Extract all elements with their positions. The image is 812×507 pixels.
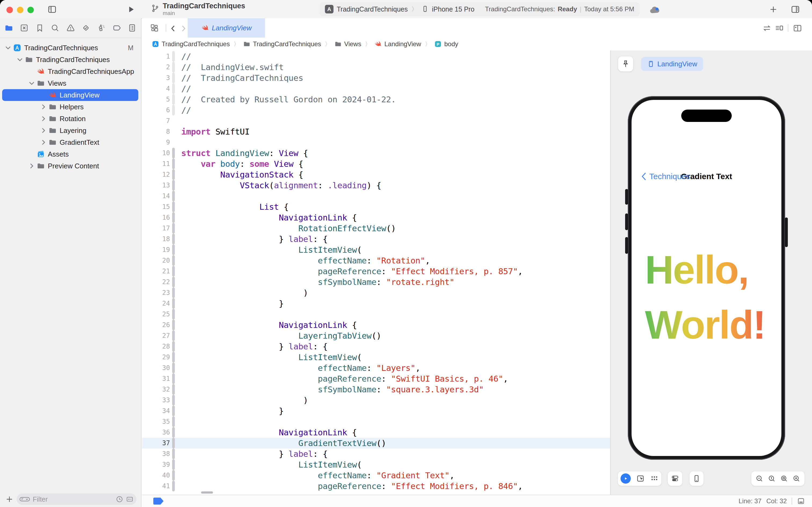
breakpoints-navigator-icon[interactable] [112,23,121,33]
breadcrumb-body[interactable]: Pbody [434,40,458,48]
sidebar-item-assets[interactable]: Assets [2,148,138,160]
sidebar-item-tradingcardtechniques[interactable]: TradingCardTechniquesM [2,42,138,54]
disclosure-chevron-icon[interactable] [27,162,36,170]
code-text: } label: { [181,234,328,244]
tab-landingview[interactable]: LandingView [188,18,265,38]
code-line: 22 sfSymbolName: "rotate.right" [142,277,610,287]
zoom-window-button[interactable] [27,7,34,13]
live-preview-button[interactable] [621,473,631,484]
code-editor[interactable]: 1//2// LandingView.swift3// TradingCardT… [142,51,610,495]
recents-clock-icon[interactable] [115,495,123,503]
disclosure-chevron-icon[interactable] [15,55,24,64]
filter-input[interactable] [32,495,113,504]
editor-options-icon[interactable] [774,23,784,33]
sidebar-item-preview-content[interactable]: Preview Content [2,160,138,172]
code-line: 2// LandingView.swift [142,62,610,72]
sidebar-item-gradienttext[interactable]: GradientText [2,136,138,148]
code-line: 32 sfSymbolName: "square.3.layers.3d" [142,384,610,395]
code-text: pageReference: "SwiftUI Basics, p. 46", [181,374,508,384]
reports-navigator-icon[interactable] [127,23,137,33]
close-window-button[interactable] [6,7,13,13]
layout-toggle-icon[interactable] [797,497,805,505]
issues-navigator-icon[interactable] [66,23,75,33]
iphone-icon [421,5,429,13]
run-button[interactable] [126,5,136,14]
swap-editor-icon[interactable] [762,23,772,33]
flags-filter-icon[interactable] [126,495,134,503]
code-line: 10struct LandingView: View { [142,148,610,158]
line-number: 39 [142,461,172,468]
editor-tab-bar: LandingView [142,18,812,38]
debug-navigator-icon[interactable] [97,23,106,33]
pin-preview-button[interactable] [618,56,633,71]
editor-status-bar: Line: 37 Col: 32 [142,495,812,507]
breadcrumb-landingview[interactable]: LandingView [374,40,421,48]
find-navigator-icon[interactable] [51,23,60,33]
source-control-navigator-icon[interactable] [19,23,29,33]
filter-field[interactable] [17,494,136,505]
zoom-to-fit-icon[interactable] [780,474,789,483]
back-history-icon[interactable] [168,23,178,33]
change-bar [172,180,175,191]
scheme-selector[interactable]: A TradingCardTechniques 〉 iPhone 15 Pro … [320,2,640,16]
code-line: 27 LayeringTabView() [142,330,610,341]
sidebar-item-rotation[interactable]: Rotation [2,113,138,125]
device-settings-icon[interactable] [671,474,679,483]
sidebar-item-layering[interactable]: Layering [2,125,138,136]
disclosure-chevron-icon[interactable] [39,114,48,123]
code-text: // [181,105,191,115]
selectable-mode-icon[interactable] [636,474,645,483]
sidebar-item-landingview[interactable]: LandingView [2,89,138,101]
scheme-device[interactable]: iPhone 15 Pro [432,5,474,13]
code-line: 17 RotationEffectView() [142,223,610,234]
code-line: 16 NavigationLink { [142,212,610,223]
folder-icon [37,79,45,88]
add-editor-icon[interactable] [793,23,802,33]
disclosure-chevron-icon[interactable] [27,79,36,88]
silent-switch [625,189,628,205]
bookmarks-navigator-icon[interactable] [35,23,44,33]
sidebar-item-tradingcardtechniques[interactable]: TradingCardTechniques [2,54,138,65]
code-line: 37 GradientTextView() [142,438,610,448]
sidebar-item-helpers[interactable]: Helpers [2,101,138,113]
change-bar [172,481,175,492]
related-items-icon[interactable] [150,23,159,33]
change-bar [172,352,175,362]
breakpoints-toggle-icon[interactable] [153,498,164,505]
breadcrumb-tradingcardtechniques[interactable]: TradingCardTechniques [152,40,230,48]
forward-history-icon[interactable] [179,23,188,33]
disclosure-chevron-icon[interactable] [39,103,48,111]
change-bar [172,212,175,223]
code-text: NavigationLink { [181,428,357,437]
toggle-inspector-icon[interactable] [791,5,800,14]
tests-navigator-icon[interactable] [81,23,91,33]
back-button[interactable]: Techniques [641,172,690,181]
code-line: 8import SwiftUI [142,126,610,137]
cloud-status-icon[interactable] [649,4,660,15]
line-number: 37 [142,439,172,447]
disclosure-spacer [39,91,48,99]
device-picker-icon[interactable] [692,474,701,483]
disclosure-chevron-icon[interactable] [39,138,48,147]
zoom-100-icon[interactable] [767,474,776,483]
horizontal-scrollbar[interactable] [201,492,213,494]
sidebar-item-label: TradingCardTechniques [24,44,98,52]
change-bar [172,470,175,481]
scheme-target[interactable]: TradingCardTechniques [337,5,408,13]
disclosure-chevron-icon[interactable] [4,44,12,52]
minimize-window-button[interactable] [17,7,23,13]
filter-menu-icon[interactable] [19,495,30,503]
sidebar-item-tradingcardtechniquesapp[interactable]: TradingCardTechniquesApp [2,65,138,77]
disclosure-chevron-icon[interactable] [39,126,48,135]
project-navigator-icon[interactable] [4,23,13,33]
zoom-in-icon[interactable] [792,474,801,483]
breadcrumb-tradingcardtechniques[interactable]: TradingCardTechniques [243,40,321,48]
add-tab-icon[interactable] [768,5,778,14]
add-file-icon[interactable] [5,495,14,504]
breadcrumb-views[interactable]: Views [334,40,361,48]
variants-mode-icon[interactable] [650,474,659,483]
toggle-navigator-icon[interactable] [47,5,57,14]
preview-tab[interactable]: LandingView [641,57,703,71]
zoom-out-icon[interactable] [755,474,764,483]
sidebar-item-views[interactable]: Views [2,77,138,89]
